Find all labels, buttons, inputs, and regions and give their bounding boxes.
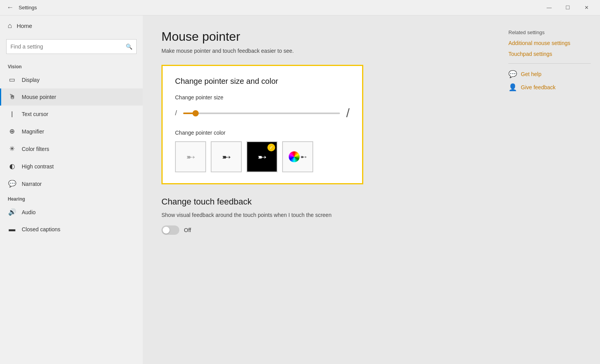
related-link-mouse[interactable]: Additional mouse settings — [508, 40, 591, 46]
toggle-knob — [163, 227, 170, 234]
color-option-inverted[interactable]: ➸ ✓ — [246, 141, 277, 172]
sidebar-item-label: Narrator — [22, 181, 42, 187]
size-slider-row: / / — [175, 106, 350, 120]
search-box: 🔍 — [6, 39, 137, 54]
color-options: ➸ ➸ ➸ ✓ ➸ — [175, 141, 350, 172]
touch-feedback-desc: Show visual feedback around the touch po… — [161, 211, 480, 219]
inverted-cursor-icon: ➸ — [258, 151, 267, 163]
page-subtitle: Make mouse pointer and touch feedback ea… — [161, 48, 480, 54]
black-cursor-icon: ➸ — [222, 151, 231, 163]
sidebar: ⌂ Home 🔍 Vision ▭ Display 🖱 Mouse pointe… — [0, 16, 143, 364]
sidebar-item-color-filters[interactable]: ✳ Color filters — [0, 140, 143, 158]
get-help-row[interactable]: 💬 Get help — [508, 70, 591, 78]
color-wheel-icon — [289, 151, 300, 162]
search-icon: 🔍 — [126, 43, 132, 50]
app-body: ⌂ Home 🔍 Vision ▭ Display 🖱 Mouse pointe… — [0, 16, 600, 364]
close-button[interactable]: ✕ — [577, 0, 595, 16]
narrator-icon: 💬 — [8, 180, 16, 188]
give-feedback-link[interactable]: Give feedback — [521, 84, 556, 90]
selected-checkmark: ✓ — [267, 144, 275, 151]
sidebar-item-text-cursor[interactable]: | Text cursor — [0, 106, 143, 123]
get-help-icon: 💬 — [508, 70, 517, 78]
window-controls: — ☐ ✕ — [540, 0, 595, 16]
color-option-black[interactable]: ➸ — [211, 141, 242, 172]
sidebar-item-label: Color filters — [22, 146, 49, 152]
audio-icon: 🔊 — [8, 208, 16, 216]
home-icon: ⌂ — [8, 22, 12, 30]
maximize-icon: ☐ — [565, 5, 570, 10]
related-settings-title: Related settings — [508, 29, 591, 35]
maximize-button[interactable]: ☐ — [559, 0, 577, 16]
main-content: Mouse pointer Make mouse pointer and tou… — [143, 16, 499, 364]
text-cursor-icon: | — [8, 110, 16, 118]
mouse-pointer-icon: 🖱 — [8, 93, 16, 101]
toggle-label: Off — [184, 227, 191, 233]
sidebar-item-narrator[interactable]: 💬 Narrator — [0, 175, 143, 192]
toggle-row: Off — [161, 225, 480, 235]
app-title: Settings — [19, 5, 37, 10]
search-input[interactable] — [10, 43, 126, 50]
display-icon: ▭ — [8, 76, 16, 84]
slider-thumb — [192, 110, 199, 116]
sidebar-item-label: Display — [22, 77, 40, 83]
right-panel: Related settings Additional mouse settin… — [499, 16, 600, 364]
give-feedback-row[interactable]: 👤 Give feedback — [508, 83, 591, 92]
color-option-white[interactable]: ➸ — [175, 141, 206, 172]
custom-cursor-icon: ➸ — [300, 152, 307, 161]
sidebar-item-audio[interactable]: 🔊 Audio — [0, 203, 143, 221]
color-option-custom[interactable]: ➸ — [282, 141, 313, 172]
minimize-button[interactable]: — — [540, 0, 558, 16]
related-divider — [508, 63, 591, 64]
magnifier-icon: ⊕ — [8, 127, 16, 135]
sidebar-item-label: Closed captions — [22, 226, 61, 232]
touch-toggle[interactable] — [161, 225, 179, 235]
cursor-large-icon: / — [346, 106, 350, 120]
touch-feedback-section: Change touch feedback Show visual feedba… — [161, 197, 480, 235]
sidebar-item-magnifier[interactable]: ⊕ Magnifier — [0, 123, 143, 140]
sidebar-item-high-contrast[interactable]: ◐ High contrast — [0, 158, 143, 175]
home-label: Home — [17, 23, 32, 29]
color-filters-icon: ✳ — [8, 145, 16, 153]
sidebar-item-mouse-pointer[interactable]: 🖱 Mouse pointer — [0, 88, 143, 106]
sidebar-item-label: High contrast — [22, 163, 54, 170]
minimize-icon: — — [547, 5, 552, 10]
high-contrast-icon: ◐ — [8, 162, 16, 170]
page-title: Mouse pointer — [161, 29, 480, 44]
back-button[interactable]: ← — [5, 2, 16, 13]
related-link-touchpad[interactable]: Touchpad settings — [508, 51, 591, 57]
get-help-link[interactable]: Get help — [521, 71, 541, 77]
sidebar-item-label: Text cursor — [22, 111, 48, 117]
category-vision: Vision — [0, 60, 143, 71]
sidebar-item-label: Audio — [22, 209, 36, 215]
sidebar-item-label: Mouse pointer — [22, 94, 56, 100]
titlebar: ← Settings — ☐ ✕ — [0, 0, 600, 16]
give-feedback-icon: 👤 — [508, 83, 517, 92]
sidebar-item-home[interactable]: ⌂ Home — [0, 16, 143, 36]
pointer-settings-card: Change pointer size and color Change poi… — [161, 65, 363, 184]
color-section-label: Change pointer color — [175, 130, 350, 136]
sidebar-item-closed-captions[interactable]: ▬ Closed captions — [0, 221, 143, 238]
cursor-small-icon: / — [175, 109, 177, 117]
card-title: Change pointer size and color — [175, 77, 350, 86]
closed-captions-icon: ▬ — [8, 225, 16, 233]
category-hearing: Hearing — [0, 192, 143, 203]
touch-feedback-title: Change touch feedback — [161, 197, 480, 207]
back-icon: ← — [7, 3, 14, 12]
white-cursor-icon: ➸ — [186, 151, 195, 163]
sidebar-item-display[interactable]: ▭ Display — [0, 71, 143, 88]
sidebar-item-label: Magnifier — [22, 128, 44, 135]
close-icon: ✕ — [584, 5, 589, 10]
size-section-label: Change pointer size — [175, 94, 350, 101]
size-slider[interactable] — [183, 113, 340, 114]
